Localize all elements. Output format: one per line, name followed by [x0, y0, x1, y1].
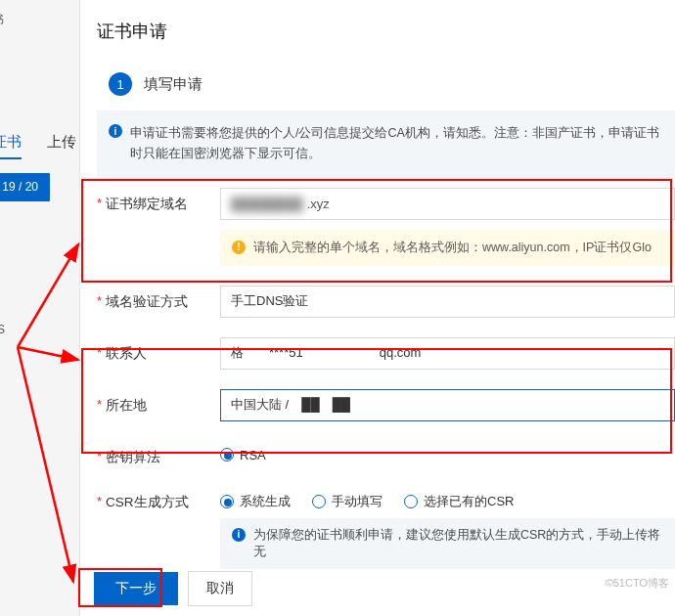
row-algo: *密钥算法 RSA: [97, 431, 675, 476]
footer-buttons: 下一步 取消: [94, 571, 252, 606]
info-banner: i 申请证书需要将您提供的个人/公司信息提交给CA机构，请知悉。注意：非国产证书…: [97, 110, 675, 178]
domain-warning: ! 请输入完整的单个域名，域名格式例如：www.aliyun.com，IP证书仅…: [220, 230, 675, 266]
verify-input[interactable]: [220, 286, 675, 318]
row-location: *所在地: [97, 379, 675, 431]
contact-input[interactable]: [220, 337, 675, 370]
cert-form: *证书绑定域名 ████████ .xyz ! 请输入完整的单个域名，域名格式例…: [97, 178, 675, 579]
cert-count-badge: 书 19 / 20: [0, 173, 50, 201]
left-sidebar: 证书 证书 上传 书 19 / 20 S: [0, 0, 80, 616]
algo-label: 密钥算法: [106, 449, 160, 466]
location-label: 所在地: [106, 397, 147, 415]
step-number: 1: [109, 72, 132, 96]
warning-icon: !: [232, 241, 246, 254]
row-domain: *证书绑定域名 ████████ .xyz ! 请输入完整的单个域名，域名格式例…: [97, 178, 675, 276]
step-label: 填写申请: [144, 75, 202, 94]
location-input[interactable]: [220, 389, 675, 421]
radio-dot-icon: [220, 495, 234, 508]
info-icon: i: [232, 528, 246, 542]
csr-radio-manual[interactable]: 手动填写: [312, 493, 382, 510]
domain-label: 证书绑定域名: [106, 196, 188, 213]
csr-hint-text: 为保障您的证书顺利申请，建议您使用默认生成CSR的方式，手动上传将无: [253, 528, 660, 558]
radio-dot-icon: [220, 448, 234, 462]
radio-dot-icon: [404, 495, 418, 508]
row-contact: *联系人: [97, 328, 675, 379]
left-cert-label: 证书: [0, 12, 4, 28]
cancel-button[interactable]: 取消: [188, 571, 252, 606]
step-indicator: 1 填写申请: [95, 72, 675, 96]
csr-radio-system[interactable]: 系统生成: [220, 493, 291, 510]
tab-cert[interactable]: 证书: [0, 127, 22, 159]
row-csr: *CSR生成方式 系统生成 手动填写 选择已有的CSR i 为保障您的证书顺利申…: [97, 476, 675, 579]
csr-hint: i 为保障您的证书顺利申请，建议您使用默认生成CSR的方式，手动上传将无: [220, 518, 675, 569]
info-banner-text: 申请证书需要将您提供的个人/公司信息提交给CA机构，请知悉。注意：非国产证书，申…: [130, 126, 659, 160]
domain-input[interactable]: ████████ .xyz: [220, 188, 675, 220]
csr-label: CSR生成方式: [106, 494, 189, 511]
tab-upload[interactable]: 上传: [47, 133, 76, 152]
row-verify: *域名验证方式: [97, 276, 675, 328]
radio-dot-icon: [312, 495, 326, 508]
csr-radio-existing[interactable]: 选择已有的CSR: [404, 493, 514, 510]
next-button[interactable]: 下一步: [94, 572, 178, 605]
watermark: ©51CTO博客: [606, 576, 669, 591]
page-title: 证书申请: [97, 20, 675, 43]
info-icon: i: [109, 124, 122, 138]
main-panel: 证书申请 1 填写申请 i 申请证书需要将您提供的个人/公司信息提交给CA机构，…: [80, 0, 675, 616]
left-s: S: [0, 323, 5, 336]
verify-label: 域名验证方式: [106, 293, 188, 311]
contact-label: 联系人: [106, 345, 147, 363]
domain-warning-text: 请输入完整的单个域名，域名格式例如：www.aliyun.com，IP证书仅Gl…: [253, 241, 652, 254]
algo-radio-rsa[interactable]: RSA: [220, 448, 266, 462]
